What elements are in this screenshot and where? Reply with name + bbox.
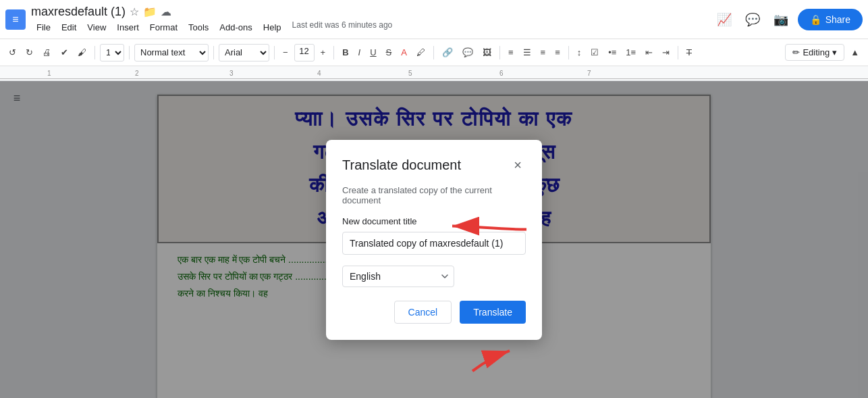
menu-addons[interactable]: Add-ons: [214, 20, 257, 34]
svg-text:4: 4: [317, 70, 321, 77]
redo-button[interactable]: ↻: [22, 45, 36, 59]
modal-header: Translate document ×: [342, 156, 526, 174]
share-button[interactable]: 🔒 Share: [798, 9, 863, 30]
style-select[interactable]: Normal text: [134, 44, 209, 61]
checklist-button[interactable]: ☑: [587, 45, 602, 59]
zoom-select[interactable]: 150%: [100, 44, 124, 61]
toolbar-divider-4: [274, 46, 275, 59]
numbered-list-button[interactable]: 1≡: [622, 45, 639, 59]
spellcheck-button[interactable]: ✔: [57, 45, 72, 59]
decrease-font-btn[interactable]: −: [279, 45, 292, 59]
bold-button[interactable]: B: [339, 45, 352, 59]
menu-format[interactable]: Format: [144, 20, 183, 34]
translate-button[interactable]: Translate: [460, 301, 526, 324]
align-justify-button[interactable]: ≡: [551, 45, 564, 59]
align-left-button[interactable]: ≡: [505, 45, 517, 59]
align-right-button[interactable]: ≡: [537, 45, 549, 59]
toolbar-divider-3: [213, 46, 214, 59]
highlight-button[interactable]: 🖊: [413, 45, 429, 59]
top-right: 📈 💬 📷 🔒 Share: [713, 9, 863, 30]
comment-button[interactable]: 💬: [459, 45, 477, 59]
toolbar: ↺ ↻ 🖨 ✔ 🖌 150% Normal text Arial − 12 + …: [0, 39, 868, 66]
toolbar-divider-1: [94, 46, 95, 59]
svg-text:1: 1: [47, 70, 51, 77]
modal-doc-title-input[interactable]: [342, 232, 526, 255]
strikethrough-button[interactable]: S: [383, 45, 396, 59]
svg-rect-0: [0, 78, 868, 79]
clear-format-button[interactable]: T̶: [683, 45, 695, 59]
chevron-down-icon: ▾: [832, 47, 837, 57]
modal-actions: Cancel Translate: [342, 301, 526, 324]
share-icon: 🔒: [810, 14, 821, 25]
modal-doc-title-label: New document title: [342, 216, 526, 226]
language-select[interactable]: English Hindi Spanish French German Chin…: [342, 266, 454, 287]
meet-icon-btn[interactable]: 📷: [769, 9, 792, 30]
svg-text:2: 2: [135, 70, 139, 77]
app-icon-symbol: ≡: [12, 14, 18, 26]
increase-font-btn[interactable]: +: [317, 45, 329, 59]
app-icon[interactable]: ≡: [5, 9, 26, 30]
menu-insert[interactable]: Insert: [111, 20, 144, 34]
modal-close-button[interactable]: ×: [510, 156, 526, 174]
line-spacing-button[interactable]: ↕: [574, 45, 585, 59]
ruler: 1 2 3 4 5 6 7: [0, 66, 868, 81]
editing-button[interactable]: ✏ Editing ▾: [785, 44, 844, 61]
cancel-button[interactable]: Cancel: [394, 301, 452, 324]
image-button[interactable]: 🖼: [479, 45, 495, 59]
font-select[interactable]: Arial: [219, 44, 269, 61]
search-icon-btn[interactable]: 📈: [713, 9, 736, 30]
toolbar-divider-5: [333, 46, 334, 59]
comments-icon-btn[interactable]: 💬: [741, 9, 764, 30]
menu-view[interactable]: View: [82, 20, 111, 34]
paint-format-button[interactable]: 🖌: [74, 45, 90, 59]
toolbar-divider-7: [499, 46, 500, 59]
modal-overlay: Translate document × Create a translated…: [0, 81, 868, 398]
undo-button[interactable]: ↺: [5, 45, 20, 59]
toolbar-divider-2: [129, 46, 130, 59]
top-bar: ≡ maxresdefault (1) ☆ 📁 ☁ File Edit View…: [0, 0, 868, 39]
modal-title: Translate document: [342, 157, 461, 173]
underline-button[interactable]: U: [367, 45, 379, 59]
last-edit: Last edit was 6 minutes ago: [292, 20, 393, 34]
cloud-icon[interactable]: ☁: [161, 5, 171, 18]
title-icons: ☆ 📁 ☁: [130, 5, 171, 18]
doc-title-area: maxresdefault (1) ☆ 📁 ☁ File Edit View I…: [31, 5, 707, 34]
menu-file[interactable]: File: [31, 20, 56, 34]
align-center-button[interactable]: ☰: [520, 45, 535, 59]
collapse-toolbar-button[interactable]: ▲: [847, 45, 863, 59]
bullet-list-button[interactable]: •≡: [605, 45, 620, 59]
pencil-icon: ✏: [792, 47, 800, 57]
italic-button[interactable]: I: [355, 45, 364, 59]
text-color-button[interactable]: A: [398, 45, 410, 59]
editing-label: Editing: [803, 47, 830, 57]
print-button[interactable]: 🖨: [39, 45, 55, 59]
svg-text:5: 5: [408, 70, 412, 77]
menu-bar: File Edit View Insert Format Tools Add-o…: [31, 20, 707, 34]
folder-icon[interactable]: 📁: [143, 5, 157, 18]
share-label: Share: [825, 14, 850, 25]
decrease-indent-button[interactable]: ⇤: [642, 45, 656, 59]
svg-text:3: 3: [229, 70, 234, 77]
toolbar-divider-8: [568, 46, 569, 59]
doc-area: ≡ प्याा। उसके सिर पर टोपियो का एक गट्ठर …: [0, 81, 868, 398]
link-button[interactable]: 🔗: [439, 45, 456, 59]
font-size-display: 12: [294, 44, 315, 61]
doc-title[interactable]: maxresdefault (1): [31, 5, 126, 19]
modal-subtitle: Create a translated copy of the current …: [342, 185, 526, 205]
toolbar-divider-6: [433, 46, 434, 59]
menu-help[interactable]: Help: [258, 20, 287, 34]
svg-text:6: 6: [499, 70, 504, 77]
toolbar-divider-9: [678, 46, 678, 59]
svg-text:7: 7: [587, 70, 591, 77]
increase-indent-button[interactable]: ⇥: [659, 45, 673, 59]
menu-tools[interactable]: Tools: [183, 20, 214, 34]
translate-modal: Translate document × Create a translated…: [326, 140, 542, 340]
star-icon[interactable]: ☆: [130, 5, 139, 18]
doc-title-row: maxresdefault (1) ☆ 📁 ☁: [31, 5, 707, 19]
menu-edit[interactable]: Edit: [56, 20, 82, 34]
